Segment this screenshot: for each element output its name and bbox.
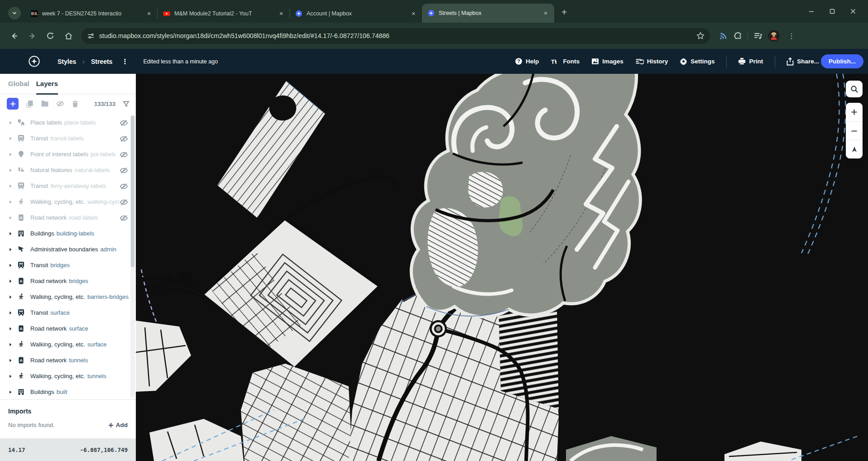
browser-tab[interactable]: Streets | Mapbox ✕ — [422, 4, 554, 23]
add-import-button[interactable]: Add — [108, 422, 128, 428]
eye-off-icon[interactable] — [119, 150, 129, 159]
filter-funnel-icon[interactable] — [123, 101, 129, 107]
layer-row[interactable]: Transit bridges — [0, 257, 136, 273]
zoom-out-button[interactable] — [846, 121, 863, 140]
expand-caret-icon[interactable] — [8, 327, 13, 331]
group-folder-icon[interactable] — [41, 100, 49, 108]
layer-row[interactable]: Road network surface — [0, 321, 136, 336]
expand-caret-icon[interactable] — [8, 295, 13, 299]
layer-row[interactable]: Walking, cycling, etc. tunnels — [0, 368, 136, 384]
eye-off-icon[interactable] — [119, 118, 129, 128]
forward-button[interactable] — [24, 28, 40, 43]
layer-row[interactable]: Natural features natural-labels — [0, 162, 136, 178]
browser-menu-kebab-icon[interactable]: ⋮ — [785, 32, 798, 40]
tab-close-icon[interactable]: ✕ — [409, 10, 417, 18]
browser-tab[interactable]: Account | Mapbox ✕ — [290, 5, 422, 23]
eye-off-icon[interactable] — [119, 213, 129, 223]
tab-search-button[interactable] — [8, 7, 21, 19]
zoom-in-button[interactable] — [846, 103, 863, 121]
tab-global[interactable]: Global — [8, 80, 29, 94]
expand-caret-icon[interactable] — [8, 311, 13, 315]
layer-row[interactable]: Place labels place-labels — [0, 115, 136, 130]
expand-caret-icon[interactable] — [8, 390, 13, 394]
tab-close-icon[interactable]: ✕ — [277, 10, 285, 18]
tab-layers[interactable]: Layers — [36, 80, 58, 95]
breadcrumb-style-name[interactable]: Streets — [91, 58, 112, 65]
eye-off-icon[interactable] — [119, 166, 129, 175]
layer-id: tunnels — [69, 357, 88, 364]
eye-off-icon[interactable] — [119, 134, 129, 144]
toolbar-action[interactable]: History — [635, 58, 668, 65]
layer-type-icon — [17, 230, 25, 237]
map-search-button[interactable] — [846, 81, 863, 97]
expand-caret-icon[interactable] — [8, 184, 13, 188]
hide-layer-eye-off-icon[interactable] — [56, 100, 64, 108]
layer-row[interactable]: Buildings built — [0, 384, 136, 399]
expand-caret-icon[interactable] — [8, 279, 13, 283]
layer-row[interactable]: Point of interest labels poi-labels — [0, 146, 136, 162]
window-minimize-icon[interactable] — [801, 0, 822, 23]
map-canvas[interactable] — [136, 74, 868, 461]
expand-caret-icon[interactable] — [8, 200, 13, 204]
sidebar-scrollbar-thumb[interactable] — [131, 115, 134, 267]
add-layer-button[interactable] — [7, 98, 19, 110]
eye-off-icon[interactable] — [119, 182, 129, 191]
site-info-icon[interactable] — [87, 32, 95, 40]
home-button[interactable] — [61, 28, 76, 43]
back-button[interactable] — [6, 28, 22, 43]
toolbar-action[interactable]: Tt Fonts — [551, 58, 580, 65]
eye-off-icon[interactable] — [119, 197, 129, 207]
layer-row[interactable]: Buildings building-labels — [0, 226, 136, 241]
browser-tab[interactable]: week 7 - DESN27425 Interactio ✕ — [25, 5, 158, 23]
browser-tab[interactable]: M&M Module2 Tutorial2 - YouT ✕ — [158, 5, 290, 23]
expand-caret-icon[interactable] — [8, 136, 13, 141]
layer-row[interactable]: Transit surface — [0, 305, 136, 321]
delete-layer-trash-icon[interactable] — [72, 100, 79, 107]
expand-caret-icon[interactable] — [8, 358, 13, 363]
reading-mode-icon[interactable] — [719, 31, 728, 40]
layer-row[interactable]: Transit ferry-aerialway-labels — [0, 178, 136, 194]
layer-row[interactable]: Road network tunnels — [0, 352, 136, 368]
screen: week 7 - DESN27425 Interactio ✕ M&M Modu… — [0, 0, 868, 461]
expand-caret-icon[interactable] — [8, 342, 13, 347]
expand-caret-icon[interactable] — [8, 216, 13, 220]
toolbar-action[interactable]: Images — [591, 58, 623, 65]
duplicate-layer-icon[interactable] — [26, 100, 34, 108]
layer-row[interactable]: Walking, cycling, etc. walking-cycli — [0, 194, 136, 210]
expand-caret-icon[interactable] — [8, 231, 13, 236]
layer-row[interactable]: Transit transit-labels — [0, 130, 136, 146]
address-bar[interactable]: studio.mapbox.com/styles/morgan18di/cm2w… — [82, 28, 710, 44]
mapbox-logo-icon[interactable] — [28, 55, 40, 67]
profile-avatar[interactable] — [768, 30, 780, 42]
toolbar-action[interactable]: Share... — [775, 58, 819, 66]
expand-caret-icon[interactable] — [8, 152, 13, 157]
layer-row[interactable]: Walking, cycling, etc. surface — [0, 336, 136, 352]
layer-row[interactable]: Walking, cycling, etc. barriers-bridges — [0, 289, 136, 305]
expand-caret-icon[interactable] — [8, 247, 13, 252]
media-playlist-icon[interactable] — [753, 31, 762, 40]
bookmark-star-icon[interactable] — [696, 32, 705, 40]
expand-caret-icon[interactable] — [8, 120, 13, 125]
extensions-puzzle-icon[interactable] — [734, 32, 742, 40]
compass-reset-north-button[interactable] — [846, 140, 863, 158]
reload-button[interactable] — [43, 28, 58, 43]
expand-caret-icon[interactable] — [8, 374, 13, 379]
toolbar-action[interactable]: ? Help — [515, 58, 539, 65]
tab-close-icon[interactable]: ✕ — [145, 10, 153, 18]
layer-row[interactable]: Road network road-labels — [0, 210, 136, 226]
breadcrumb-styles-link[interactable]: Styles — [58, 58, 76, 65]
layer-id: transit-labels — [50, 135, 84, 142]
window-maximize-icon[interactable] — [822, 0, 843, 23]
layer-row[interactable]: Road network bridges — [0, 273, 136, 289]
tab-close-icon[interactable]: ✕ — [542, 9, 550, 17]
layer-row[interactable]: Administrative boundaries admin — [0, 241, 136, 257]
expand-caret-icon[interactable] — [8, 168, 13, 173]
toolbar-action-label: Images — [602, 58, 623, 65]
expand-caret-icon[interactable] — [8, 263, 13, 268]
toolbar-action[interactable]: Settings — [680, 58, 715, 65]
publish-button[interactable]: Publish... — [821, 54, 863, 68]
new-tab-button[interactable]: + — [558, 6, 571, 19]
toolbar-action[interactable]: Print — [726, 58, 763, 65]
window-close-icon[interactable] — [843, 0, 863, 23]
style-options-kebab-icon[interactable]: ⋮ — [119, 58, 131, 66]
